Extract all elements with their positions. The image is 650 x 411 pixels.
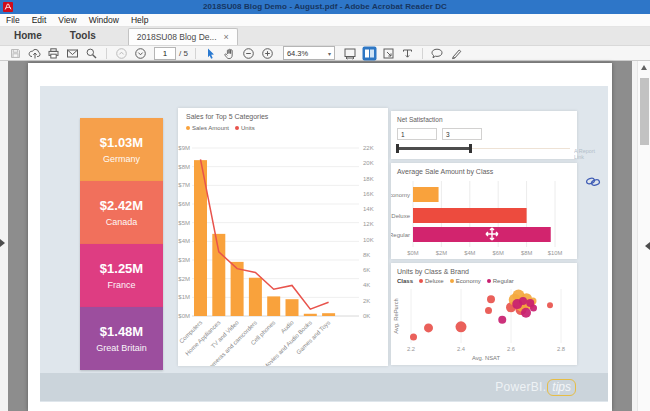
scatter-point-regular (521, 308, 531, 318)
hyperlink-chain-icon[interactable] (583, 174, 603, 189)
zoom-level-value: 64.3% (287, 49, 308, 58)
right-pane-collapse-arrow-icon[interactable] (645, 242, 650, 250)
page-total-label: / 5 (179, 49, 188, 58)
menu-edit[interactable]: Edit (26, 15, 53, 25)
right-axis-tick-label: 10K (363, 237, 374, 243)
tab-home[interactable]: Home (0, 30, 56, 45)
comment-icon[interactable] (428, 46, 447, 60)
zoom-out-icon[interactable] (239, 46, 258, 60)
tab-document-label: 2018SU08 Blog De... (137, 32, 217, 42)
tab-tools[interactable]: Tools (56, 30, 110, 45)
share-upload-icon[interactable] (25, 46, 44, 60)
zoom-in-icon[interactable] (258, 46, 277, 60)
tab-document[interactable]: 2018SU08 Blog De... × (128, 28, 238, 45)
scatter-point-deluxe (485, 307, 492, 314)
menu-bar: File Edit View Window Help (0, 14, 650, 27)
scatter-point-deluxe (424, 323, 433, 332)
scatter-point-deluxe (487, 295, 495, 303)
fullscreen-icon[interactable] (379, 46, 398, 60)
category-label: Audio (280, 319, 296, 335)
slider-fill (397, 147, 470, 150)
x-axis-tick-label: $10M (548, 250, 563, 256)
scatter-point-regular (498, 316, 506, 324)
tab-bar: Home Tools 2018SU08 Blog De... × (0, 27, 650, 45)
menu-window[interactable]: Window (83, 15, 125, 25)
select-cursor-icon[interactable] (201, 46, 220, 60)
page-up-icon[interactable] (112, 46, 131, 60)
left-axis-tick-label: $3M (178, 257, 190, 263)
scatter-chart: 2.22.42.62.8Avg. NSATAvg. RePurch (391, 263, 577, 365)
window-title: 2018SU08 Blog Demo - August.pdf - Adobe … (0, 2, 650, 11)
bar-deluxe (413, 208, 527, 223)
left-axis-tick-label: $9M (178, 145, 190, 151)
print-icon[interactable] (44, 46, 63, 60)
right-axis-tick-label: 18K (363, 176, 374, 182)
avg-sale-by-class-panel: Average Sale Amount by Class $0M$2M$4M$6… (391, 163, 577, 259)
page-display-icon[interactable] (360, 46, 379, 60)
chevron-down-icon: ▾ (328, 50, 331, 57)
search-icon[interactable] (82, 46, 101, 60)
kpi-label: Canada (106, 217, 138, 227)
category-label: Games and Toys (295, 319, 331, 355)
scatter-point-deluxe (547, 302, 553, 308)
scrollbar-up-arrow-icon[interactable] (641, 65, 647, 70)
x-axis-tick-label: 2.4 (457, 346, 466, 352)
left-axis-tick-label: $5M (178, 220, 190, 226)
kpi-card-list: $1.03M Germany $2.42M Canada $1.25M Fran… (80, 118, 163, 370)
toolbar-separator (195, 48, 196, 59)
highlight-pen-icon[interactable] (447, 46, 466, 60)
menu-file[interactable]: File (0, 15, 26, 25)
close-tab-icon[interactable]: × (224, 33, 229, 42)
bar-regular (413, 227, 551, 242)
y-axis-title: Avg. RePurch (393, 298, 399, 334)
save-icon[interactable] (6, 46, 25, 60)
right-axis-tick-label: 20K (363, 160, 374, 166)
slicer-title: Net Satisfaction (397, 116, 443, 123)
kpi-label: Great Britain (96, 343, 147, 353)
kpi-label: France (107, 280, 135, 290)
page-number-input[interactable]: 1 (154, 47, 176, 60)
email-icon[interactable] (63, 46, 82, 60)
left-pane-collapse-arrow-icon[interactable] (0, 239, 5, 247)
x-axis-tick-label: 2.2 (407, 346, 415, 352)
slider-handle-left[interactable] (396, 144, 399, 153)
report-link-text: A Report Link (574, 148, 595, 161)
category-label: Regular (391, 232, 410, 238)
document-area: $1.03M Germany $2.42M Canada $1.25M Fran… (0, 61, 650, 411)
bar-4 (267, 296, 280, 316)
fit-width-icon[interactable] (341, 46, 360, 60)
scatter-point-regular (530, 304, 537, 311)
combo-chart: $0M$1M$2M$3M$4M$5M$6M$7M$8M$9M0K2K4K6K8K… (178, 108, 388, 366)
powerbi-tips-logo: PowerBI. tips (495, 379, 576, 396)
slider-handle-right[interactable] (469, 144, 472, 153)
bar-6 (304, 314, 317, 316)
menu-help[interactable]: Help (125, 15, 154, 25)
scatter-point-deluxe (410, 334, 417, 341)
bar-1 (212, 234, 225, 316)
kpi-card-great-britain: $1.48M Great Britain (80, 307, 163, 370)
scatter-point-deluxe (456, 321, 467, 332)
pdf-page: $1.03M Germany $2.42M Canada $1.25M Fran… (28, 63, 612, 411)
left-axis-tick-label: $8M (178, 164, 190, 170)
right-axis-tick-label: 4K (363, 282, 370, 288)
right-axis-tick-label: 0K (363, 313, 370, 319)
slicer-range-end-input[interactable]: 3 (442, 128, 482, 140)
right-axis-tick-label: 8K (363, 252, 370, 258)
slicer-range-start-input[interactable]: 1 (397, 128, 437, 140)
left-axis-tick-label: $2M (178, 276, 190, 282)
category-label: Deluxe (391, 213, 410, 219)
scrollbar-thumb[interactable] (640, 78, 649, 145)
acrobat-window: 2018SU08 Blog Demo - August.pdf - Adobe … (0, 0, 650, 411)
x-axis-tick-label: $0M (407, 250, 418, 256)
kpi-card-france: $1.25M France (80, 244, 163, 307)
sales-top5-panel: Sales for Top 5 Categories Sales Amount … (178, 108, 388, 366)
zoom-level-dropdown[interactable]: 64.3% ▾ (283, 46, 335, 60)
right-axis-tick-label: 2K (363, 298, 370, 304)
scrolling-mode-icon[interactable] (398, 46, 417, 60)
x-axis-title: Avg. NSAT (472, 355, 501, 361)
page-down-icon[interactable] (131, 46, 150, 60)
x-axis-tick-label: 2.8 (557, 346, 565, 352)
hand-tool-icon[interactable] (220, 46, 239, 60)
vertical-scrollbar[interactable] (637, 61, 650, 411)
menu-view[interactable]: View (52, 15, 82, 25)
